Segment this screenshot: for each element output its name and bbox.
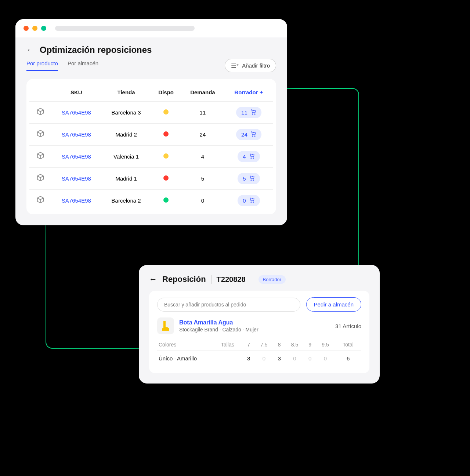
status-indicator [163,131,169,137]
store-cell: Madrid 1 [101,168,151,190]
col-95: 9.5 [316,339,335,351]
demand-cell: 11 [181,102,224,124]
connector-line [275,88,359,272]
svg-point-6 [251,180,252,181]
cart-icon [250,131,256,138]
window-title-bar [15,19,287,37]
store-cell: Barcelona 3 [101,102,151,124]
draft-qty: 0 [243,197,246,204]
status-indicator [163,109,169,115]
table-row: SA7654E98 Barcelona 3 11 11 [29,102,273,124]
tab-by-warehouse[interactable]: Por almacén [68,60,98,71]
tab-by-product[interactable]: Por producto [26,60,58,71]
draft-qty: 5 [243,175,246,182]
svg-point-3 [254,136,255,137]
cart-icon [249,175,255,182]
sku-link[interactable]: SA7654E98 [62,197,91,204]
col-total: Total [335,339,361,351]
sku-link[interactable]: SA7654E98 [62,131,91,138]
products-table: SKU Tienda Dispo Demanda Borrador✦ SA765… [29,86,273,211]
svg-point-8 [251,202,252,203]
detail-title: Reposición [162,275,206,284]
window-close-dot[interactable] [24,26,29,31]
col-draft: Borrador✦ [224,86,273,102]
table-row: SA7654E98 Valencia 1 4 4 [29,146,273,168]
optimization-window: ← Optimización reposiciones Por producto… [15,19,287,225]
draft-pill[interactable]: 4 [238,151,260,162]
col-sku: SKU [51,86,101,102]
size-table: Colores Tallas 7 7.5 8 8.5 9 9.5 Total Ú… [157,339,361,366]
qty-8: 3 [274,351,285,366]
status-indicator [163,175,169,181]
qty-95: 0 [316,351,335,366]
demand-cell: 0 [181,190,224,212]
url-bar [55,26,195,31]
status-indicator [163,153,169,159]
demand-cell: 24 [181,124,224,146]
table-row: SA7654E98 Madrid 1 5 5 [29,168,273,190]
col-sizes: Tallas [212,339,243,351]
filter-icon: ☰⁺ [231,62,239,69]
order-from-warehouse-button[interactable]: Pedir a almacén [306,297,361,312]
draft-pill[interactable]: 24 [236,129,261,140]
back-arrow-icon[interactable]: ← [149,275,157,284]
product-meta: Stockagile Brand · Calzado · Mujer [179,327,258,333]
tabs: Por producto Por almacén [26,60,98,71]
cart-icon [249,197,255,204]
sku-link[interactable]: SA7654E98 [62,175,91,182]
replenishment-detail-window: ← Reposición T220828 Borrador Pedir a al… [139,265,380,384]
draft-qty: 4 [243,153,246,160]
package-icon [36,175,44,183]
svg-point-7 [253,180,254,181]
variant-row: Único · Amarillo 3 0 3 0 0 0 6 [157,351,361,366]
article-count: 31 Artículo [335,323,361,329]
window-max-dot[interactable] [41,26,46,31]
cart-icon [249,153,255,160]
draft-pill[interactable]: 0 [238,195,260,206]
svg-point-9 [253,202,254,203]
status-indicator [163,197,169,203]
status-badge: Borrador [258,275,286,284]
svg-point-0 [252,114,253,115]
variant-label: Único · Amarillo [157,351,212,366]
col-8: 8 [274,339,285,351]
draft-qty: 11 [241,109,247,116]
sku-link[interactable]: SA7654E98 [62,109,91,116]
qty-75: 0 [254,351,274,366]
window-min-dot[interactable] [32,26,37,31]
divider [251,275,251,284]
draft-pill[interactable]: 5 [238,173,260,184]
qty-7: 3 [243,351,254,366]
col-85: 8.5 [285,339,304,351]
col-7: 7 [243,339,254,351]
store-cell: Valencia 1 [101,146,151,168]
package-icon [36,109,44,117]
demand-cell: 4 [181,146,224,168]
add-filter-button[interactable]: ☰⁺ Añadir filtro [225,59,276,72]
draft-qty: 24 [241,131,247,138]
store-cell: Madrid 2 [101,124,151,146]
qty-9: 0 [304,351,316,366]
sku-link[interactable]: SA7654E98 [62,153,91,160]
store-cell: Barcelona 2 [101,190,151,212]
product-name[interactable]: Bota Amarilla Agua [179,319,258,326]
col-dispo: Dispo [151,86,181,102]
cart-icon [250,109,256,116]
search-input[interactable] [157,298,300,312]
divider [211,275,212,284]
package-icon [36,197,44,205]
filter-label: Añadir filtro [242,62,270,69]
sparkle-icon: ✦ [260,90,263,95]
table-row: SA7654E98 Madrid 2 24 24 [29,124,273,146]
svg-point-4 [251,158,252,159]
svg-point-1 [254,114,255,115]
col-75: 7.5 [254,339,274,351]
col-store: Tienda [101,86,151,102]
col-colors: Colores [157,339,212,351]
package-icon [36,153,44,161]
page-title: Optimización reposiciones [40,45,152,55]
demand-cell: 5 [181,168,224,190]
draft-pill[interactable]: 11 [236,107,261,118]
back-arrow-icon[interactable]: ← [26,45,35,55]
col-9: 9 [304,339,316,351]
